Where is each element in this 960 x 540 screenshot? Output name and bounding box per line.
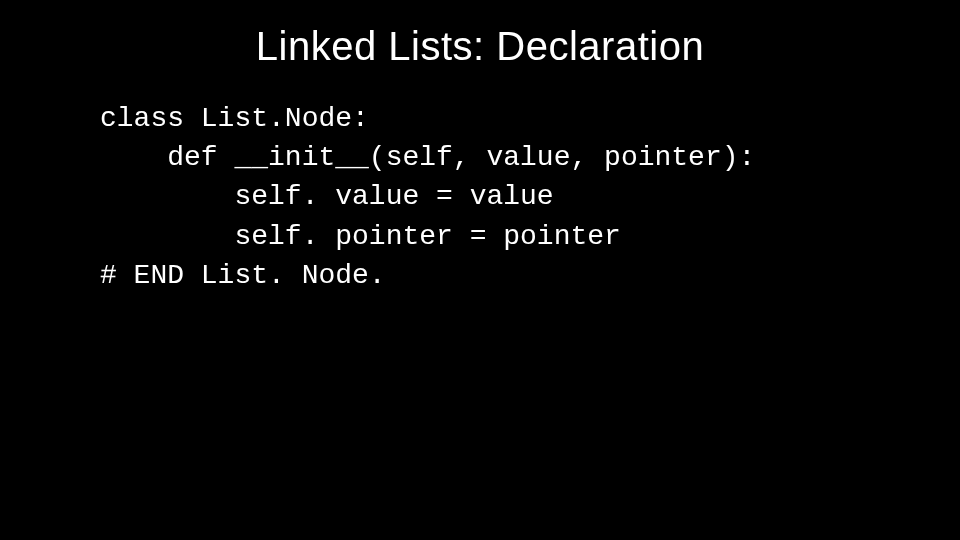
code-line-1: class List.Node: (100, 103, 369, 134)
code-block: class List.Node: def __init__(self, valu… (0, 99, 960, 295)
slide: Linked Lists: Declaration class List.Nod… (0, 0, 960, 540)
code-line-5: # END List. Node. (100, 260, 386, 291)
slide-title: Linked Lists: Declaration (0, 0, 960, 99)
code-line-4: self. pointer = pointer (100, 221, 621, 252)
code-line-2: def __init__(self, value, pointer): (100, 142, 755, 173)
code-line-3: self. value = value (100, 181, 554, 212)
